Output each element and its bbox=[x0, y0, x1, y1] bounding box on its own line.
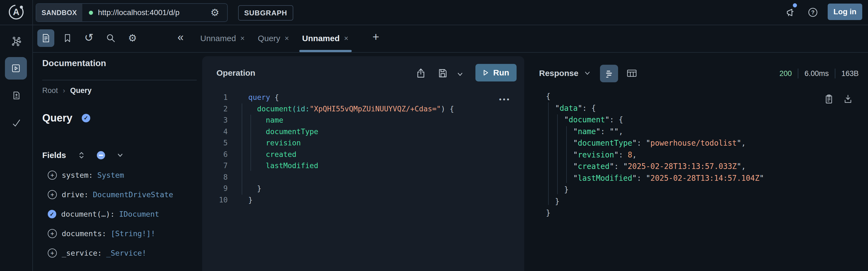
checks-icon[interactable] bbox=[11, 118, 22, 128]
sandbox-mode-badge[interactable]: SANDBOX bbox=[36, 4, 82, 21]
tab-unnamed[interactable]: Unnamed× bbox=[194, 25, 251, 52]
code-text: } bbox=[248, 183, 261, 194]
add-field-icon[interactable]: + bbox=[48, 171, 57, 180]
code-text: revision bbox=[248, 137, 301, 149]
tab-query[interactable]: Query× bbox=[251, 25, 296, 52]
deselect-all-fields-button[interactable] bbox=[97, 151, 105, 159]
json-view-toggle[interactable] bbox=[600, 65, 618, 82]
field-row-documents[interactable]: +documents:[String!]! bbox=[48, 224, 202, 243]
field-row-document[interactable]: ✓document(…):IDocument bbox=[48, 204, 202, 224]
latency-value: 6.00ms bbox=[804, 69, 829, 78]
tab-close-icon[interactable]: × bbox=[285, 34, 289, 43]
status-divider bbox=[835, 68, 835, 79]
json-line[interactable]: "created": "2025-02-28T13:13:57.033Z", bbox=[546, 160, 868, 172]
status-divider bbox=[798, 68, 798, 79]
json-line[interactable]: "lastModified": "2025-02-28T13:14:57.104… bbox=[546, 172, 868, 184]
sandbox-diff-icon[interactable] bbox=[11, 91, 22, 100]
tab-label: Unnamed bbox=[200, 34, 236, 43]
schema-graph-icon[interactable] bbox=[11, 36, 21, 46]
new-tab-button[interactable]: + bbox=[369, 28, 382, 46]
code-line[interactable]: 6 created bbox=[202, 149, 524, 160]
response-title-row[interactable]: Response bbox=[539, 68, 591, 78]
connection-settings-icon[interactable]: ⚙ bbox=[210, 8, 219, 18]
code-line[interactable]: 8 bbox=[202, 172, 524, 183]
code-text: } bbox=[248, 194, 253, 206]
json-line[interactable]: { bbox=[546, 91, 868, 102]
add-field-icon[interactable]: + bbox=[48, 190, 57, 199]
field-type-link[interactable]: DocumentDriveState bbox=[93, 190, 174, 199]
fields-collapse-chevron-icon[interactable] bbox=[116, 151, 124, 159]
endpoint-url-body[interactable]: http://localhost:4001/d/p ⚙ bbox=[82, 4, 227, 21]
response-status-bar: 200 6.00ms 163B bbox=[779, 68, 859, 79]
sort-fields-icon[interactable] bbox=[78, 151, 85, 160]
json-line[interactable]: "documentType": "powerhouse/todolist", bbox=[546, 137, 868, 149]
code-line[interactable]: 10} bbox=[202, 194, 524, 206]
response-menu-chevron-icon bbox=[584, 70, 591, 77]
field-type-link[interactable]: _Service! bbox=[106, 249, 146, 257]
announcements-icon[interactable] bbox=[785, 7, 796, 18]
status-code-badge: 200 bbox=[779, 69, 792, 78]
code-line[interactable]: 9 } bbox=[202, 183, 524, 194]
apollo-logo-icon[interactable]: A bbox=[8, 4, 25, 21]
code-line[interactable]: 1query { bbox=[202, 92, 524, 103]
json-line[interactable]: "revision": 8, bbox=[546, 149, 868, 161]
json-line[interactable]: } bbox=[546, 184, 868, 195]
endpoint-status-dot bbox=[89, 11, 93, 15]
field-row-_service[interactable]: +_service:_Service! bbox=[48, 243, 202, 263]
add-field-icon[interactable]: + bbox=[48, 229, 57, 238]
code-line[interactable]: 3 name bbox=[202, 114, 524, 126]
tab-unnamed[interactable]: Unnamed× bbox=[296, 25, 355, 52]
operation-code[interactable]: 1query {2 document(id:"XpQHI55vQMpZUiNUU… bbox=[202, 92, 524, 206]
code-text: documentType bbox=[248, 126, 318, 138]
search-icon[interactable] bbox=[105, 32, 117, 44]
run-button[interactable]: Run bbox=[475, 64, 517, 82]
type-selected-badge-icon: ✓ bbox=[82, 114, 90, 122]
tab-close-icon[interactable]: × bbox=[240, 34, 245, 43]
code-text: document(id:"XpQHI55vQMpZUiNUUYVQZ/+Cdas… bbox=[248, 103, 454, 115]
field-type-link[interactable]: [String!]! bbox=[111, 229, 156, 238]
explorer-nav-button[interactable] bbox=[5, 57, 27, 80]
json-line[interactable]: "name": "", bbox=[546, 126, 868, 138]
field-type-link[interactable]: IDocument bbox=[119, 210, 159, 218]
code-line[interactable]: 4 documentType bbox=[202, 126, 524, 138]
save-operation-icon[interactable] bbox=[438, 68, 448, 79]
line-number: 5 bbox=[202, 137, 228, 149]
code-line[interactable]: 2 document(id:"XpQHI55vQMpZUiNUUYVQZ/+Cd… bbox=[202, 103, 524, 115]
field-name: drive: bbox=[62, 190, 89, 199]
apollo-sandbox-app: A SANDBOX http://localhost:4001/d/p ⚙ SU… bbox=[0, 0, 868, 271]
share-operation-icon[interactable] bbox=[415, 68, 426, 79]
json-line[interactable]: "document": { bbox=[546, 114, 868, 126]
json-line[interactable]: } bbox=[546, 195, 868, 207]
field-row-drive[interactable]: +drive:DocumentDriveState bbox=[48, 185, 202, 204]
field-selected-icon[interactable]: ✓ bbox=[48, 210, 56, 218]
settings-gear-icon[interactable]: ⚙ bbox=[126, 32, 139, 44]
documentation-panel-button[interactable] bbox=[37, 29, 54, 47]
tab-close-icon[interactable]: × bbox=[344, 34, 348, 43]
code-line[interactable]: 5 revision bbox=[202, 137, 524, 149]
bookmark-icon[interactable] bbox=[61, 32, 73, 44]
field-name: document(…): bbox=[61, 210, 115, 218]
field-row-system[interactable]: +system:System bbox=[48, 165, 202, 185]
save-menu-chevron-icon[interactable] bbox=[456, 70, 464, 78]
collapse-panel-icon[interactable]: « bbox=[175, 28, 187, 46]
line-number: 10 bbox=[202, 194, 228, 206]
line-number: 8 bbox=[202, 172, 228, 183]
endpoint-url-text[interactable]: http://localhost:4001/d/p bbox=[98, 8, 206, 17]
breadcrumb-root-link[interactable]: Root bbox=[42, 86, 58, 95]
json-line[interactable]: "data": { bbox=[546, 102, 868, 114]
response-title: Response bbox=[539, 68, 578, 78]
code-text: query { bbox=[248, 92, 279, 103]
response-panel: Response 200 6.00ms 163B bbox=[524, 52, 868, 271]
help-icon[interactable]: ? bbox=[808, 7, 818, 18]
type-heading: Query bbox=[42, 112, 72, 124]
table-view-toggle[interactable] bbox=[626, 68, 637, 79]
history-icon[interactable]: ↺ bbox=[82, 31, 95, 44]
endpoint-url-bar[interactable]: SANDBOX http://localhost:4001/d/p ⚙ bbox=[36, 3, 228, 22]
code-line[interactable]: 7 lastModified bbox=[202, 160, 524, 172]
login-button[interactable]: Log in bbox=[828, 4, 862, 20]
field-name: _service: bbox=[62, 249, 102, 257]
line-number: 7 bbox=[202, 160, 228, 172]
field-type-link[interactable]: System bbox=[97, 171, 124, 179]
json-line[interactable]: } bbox=[546, 207, 868, 219]
add-field-icon[interactable]: + bbox=[48, 248, 57, 258]
